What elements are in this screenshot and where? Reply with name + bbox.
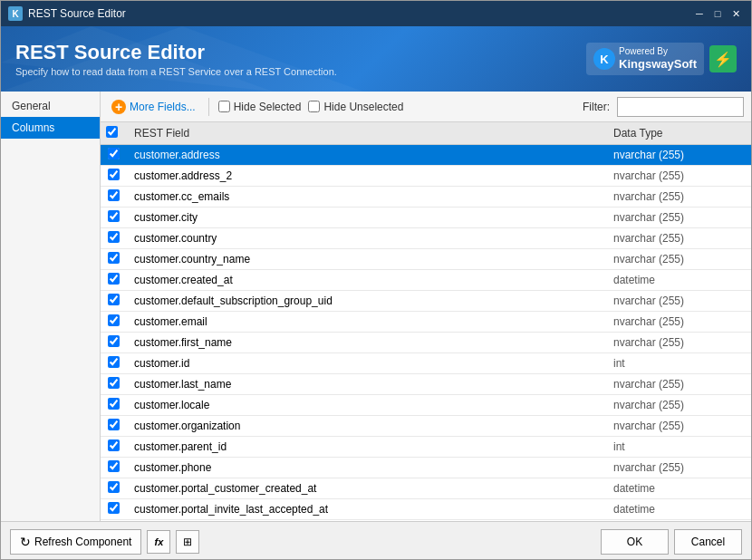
data-type: nvarchar (255) (606, 291, 751, 312)
table-row[interactable]: customer.default_subscription_group_uidn… (101, 291, 751, 312)
filter-input[interactable] (617, 97, 744, 117)
hide-selected-checkbox[interactable] (218, 101, 230, 112)
hide-selected-text: Hide Selected (234, 101, 302, 113)
sidebar-item-general[interactable]: General (1, 95, 100, 117)
row-checkbox[interactable] (108, 210, 120, 222)
table-row[interactable]: customer.country_namenvarchar (255) (101, 249, 751, 270)
fields-table: REST Field Data Type customer.addressnva… (101, 122, 751, 521)
more-fields-label: More Fields... (130, 101, 196, 113)
minimize-button[interactable]: ─ (691, 6, 708, 21)
table-row[interactable]: customer.cc_emailsnvarchar (255) (101, 187, 751, 208)
field-name: customer.id (127, 353, 606, 374)
brand-name: KingswaySoft (619, 57, 697, 71)
table-row[interactable]: customer.address_2nvarchar (255) (101, 166, 751, 187)
data-type: nvarchar (255) (606, 312, 751, 333)
refresh-label: Refresh Component (34, 536, 131, 548)
data-type: nvarchar (255) (606, 416, 751, 437)
close-button[interactable]: ✕ (728, 6, 744, 21)
field-name: customer.address (127, 145, 606, 166)
field-name: customer.locale (127, 395, 606, 416)
field-name: customer.country (127, 228, 606, 249)
header-title: REST Source Editor (15, 41, 337, 64)
function-button[interactable]: fx (147, 530, 170, 554)
select-all-checkbox[interactable] (106, 126, 118, 138)
row-checkbox[interactable] (108, 148, 120, 159)
more-fields-button[interactable]: + More Fields... (108, 98, 199, 116)
footer-left: ↻ Refresh Component fx ⊞ (10, 529, 199, 555)
row-checkbox[interactable] (108, 294, 120, 305)
table-row[interactable]: customer.phonenvarchar (255) (101, 458, 751, 478)
row-checkbox[interactable] (108, 335, 120, 347)
table-header: REST Field Data Type (101, 122, 751, 145)
header-logo: K Powered By KingswaySoft ⚡ (586, 43, 737, 75)
field-name: customer.created_at (127, 270, 606, 291)
table-row[interactable]: customer.portal_invite_last_accepted_atd… (101, 499, 751, 520)
table-row[interactable]: customer.citynvarchar (255) (101, 208, 751, 228)
th-rest-field: REST Field (127, 122, 606, 145)
table-row[interactable]: customer.parent_idint (101, 437, 751, 458)
table-icon: ⊞ (183, 536, 192, 548)
row-checkbox[interactable] (108, 273, 120, 285)
data-type: int (606, 437, 751, 458)
sidebar: General Columns (1, 92, 101, 521)
data-type: nvarchar (255) (606, 374, 751, 395)
field-name: customer.first_name (127, 333, 606, 353)
header: REST Source Editor Specify how to read d… (1, 26, 751, 92)
table-row[interactable]: customer.portal_customer_created_atdatet… (101, 478, 751, 499)
field-name: customer.email (127, 312, 606, 333)
title-bar-controls: ─ □ ✕ (691, 6, 744, 21)
row-checkbox[interactable] (108, 481, 120, 493)
footer: ↻ Refresh Component fx ⊞ OK Cancel (1, 521, 751, 560)
data-type: nvarchar (255) (606, 166, 751, 187)
row-checkbox[interactable] (108, 419, 120, 430)
data-type: nvarchar (255) (606, 458, 751, 478)
field-name: customer.country_name (127, 249, 606, 270)
field-name: customer.city (127, 208, 606, 228)
brand-icon: ⚡ (709, 45, 737, 72)
data-type: nvarchar (255) (606, 208, 751, 228)
app-icon: K (8, 6, 23, 21)
row-checkbox[interactable] (108, 169, 120, 180)
table-button[interactable]: ⊞ (176, 530, 199, 554)
row-checkbox[interactable] (108, 189, 120, 201)
table-row[interactable]: customer.countrynvarchar (255) (101, 228, 751, 249)
table-row[interactable]: customer.last_namenvarchar (255) (101, 374, 751, 395)
table-row[interactable]: customer.emailnvarchar (255) (101, 312, 751, 333)
row-checkbox[interactable] (108, 377, 120, 389)
row-checkbox[interactable] (108, 314, 120, 326)
hide-unselected-checkbox[interactable] (308, 101, 320, 112)
data-type: nvarchar (255) (606, 249, 751, 270)
sidebar-item-columns[interactable]: Columns (1, 117, 100, 139)
maximize-button[interactable]: □ (709, 6, 726, 21)
title-bar-text: REST Source Editor (28, 7, 126, 20)
ok-button[interactable]: OK (601, 529, 669, 555)
table-row[interactable]: customer.created_atdatetime (101, 270, 751, 291)
table-row[interactable]: customer.first_namenvarchar (255) (101, 333, 751, 353)
main-area: General Columns + More Fields... Hide Se… (1, 92, 751, 521)
filter-label: Filter: (583, 101, 610, 113)
title-bar: K REST Source Editor ─ □ ✕ (1, 1, 751, 26)
row-checkbox[interactable] (108, 439, 120, 451)
powered-by-text: Powered By (619, 46, 697, 57)
row-checkbox[interactable] (108, 356, 120, 368)
refresh-component-button[interactable]: ↻ Refresh Component (10, 529, 141, 555)
field-name: customer.portal_invite_last_accepted_at (127, 499, 606, 520)
row-checkbox[interactable] (108, 460, 120, 472)
refresh-icon: ↻ (20, 535, 31, 549)
table-row[interactable]: customer.localenvarchar (255) (101, 395, 751, 416)
row-checkbox[interactable] (108, 502, 120, 514)
table-row[interactable]: customer.idint (101, 353, 751, 374)
data-type: nvarchar (255) (606, 228, 751, 249)
hide-selected-label[interactable]: Hide Selected (218, 101, 302, 113)
data-type: datetime (606, 478, 751, 499)
table-row[interactable]: customer.portal_invite_last_sent_atdatet… (101, 520, 751, 522)
field-name: customer.cc_emails (127, 187, 606, 208)
plus-icon: + (111, 100, 126, 114)
hide-unselected-label[interactable]: Hide Unselected (308, 101, 403, 113)
row-checkbox[interactable] (108, 398, 120, 410)
cancel-button[interactable]: Cancel (674, 529, 742, 555)
table-row[interactable]: customer.organizationnvarchar (255) (101, 416, 751, 437)
row-checkbox[interactable] (108, 231, 120, 243)
row-checkbox[interactable] (108, 252, 120, 264)
table-row[interactable]: customer.addressnvarchar (255) (101, 145, 751, 166)
